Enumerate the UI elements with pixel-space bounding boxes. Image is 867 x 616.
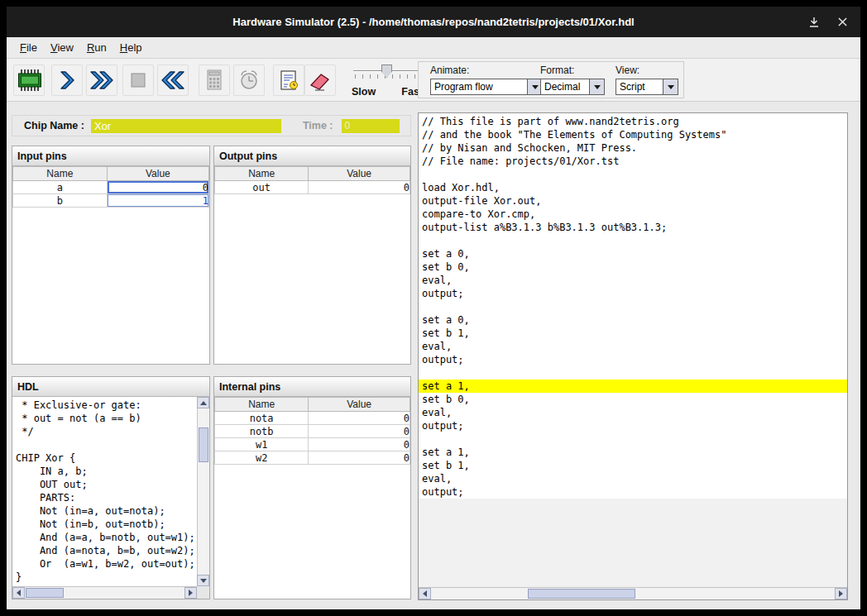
main-area: Chip Name : Xor Time : 0 Input pins Name… [7,102,860,609]
script-line: load Xor.hdl, [419,181,847,194]
script-filler [419,499,847,587]
pin-name: notb [215,425,309,438]
chevron-down-icon[interactable] [589,79,604,94]
arrow-right-icon [189,590,196,596]
scroll-right-button[interactable] [184,587,197,599]
script-line: output; [419,419,847,432]
pin-value[interactable]: 1 [107,194,208,208]
window-controls [807,7,849,37]
scrollbar-thumb[interactable] [528,589,635,599]
input-pins-table: Name Value a 0 b 1 [12,166,209,208]
pin-row[interactable]: notb 0 [215,425,410,438]
menu-item[interactable]: Run [80,39,113,56]
chevron-down-icon[interactable] [663,79,678,94]
pin-name: nota [215,412,309,425]
script-horizontal-scrollbar[interactable] [419,587,847,599]
script-line: // and the book "The Elements of Computi… [419,128,847,141]
time-field: 0 [342,119,400,133]
pin-row[interactable]: a 0 [13,181,209,194]
column-header-name: Name [215,167,309,181]
speed-slider[interactable]: Slow Fast [352,63,423,98]
arrow-down-icon [200,579,207,586]
script-line: output-list a%B3.1.3 b%B3.1.3 out%B3.1.3… [419,221,847,234]
column-header-name: Name [215,398,309,412]
single-step-button[interactable] [51,64,83,96]
view-script-button[interactable] [273,64,304,96]
scrollbar-thumb[interactable] [26,588,64,598]
input-pins-panel: Input pins Name Value a 0 [12,146,210,365]
menu-item[interactable]: View [44,39,80,56]
stop-button[interactable] [122,64,154,96]
hdl-vertical-scrollbar[interactable] [197,397,209,586]
arrow-up-icon [200,398,207,405]
format-combobox[interactable]: Decimal [540,79,605,95]
pin-row[interactable]: b 1 [13,194,209,208]
format-value: Decimal [541,79,589,94]
pin-value: 0 [309,451,410,465]
pin-value: 0 [309,438,410,451]
rewind-button[interactable] [157,64,189,96]
slider-slow-label: Slow [352,86,376,98]
hdl-horizontal-scrollbar[interactable] [12,586,197,599]
script-line: compare-to Xor.cmp, [419,208,847,221]
pin-name: a [13,181,108,194]
chip-name-field[interactable]: Xor [91,119,281,133]
hdl-line: */ [12,425,197,438]
run-icon [89,69,114,91]
output-pins-table: Name Value out 0 [214,166,410,194]
clear-output-button[interactable] [304,64,336,96]
hdl-line: CHIP Xor { [12,451,197,465]
menu-item[interactable]: Help [113,39,149,56]
scroll-right-button[interactable] [835,588,847,599]
script-line: eval, [419,274,847,287]
hdl-line [12,438,197,451]
hdl-line: * out = not (a == b) [12,412,197,425]
hdl-line: Not (in=a, out=nota); [12,504,197,518]
animate-combobox[interactable]: Program flow [430,79,543,95]
scroll-left-button[interactable] [419,588,431,599]
scroll-left-button[interactable] [12,587,25,599]
animate-label: Animate: [430,64,543,76]
clock-button[interactable] [233,64,265,96]
script-panel: // This file is part of www.nand2tetris.… [418,112,848,600]
script-line: output; [419,353,847,366]
output-pins-title: Output pins [214,146,410,166]
view-value: Script [616,79,663,94]
close-icon[interactable] [836,16,849,29]
internal-pins-table: Name Value nota 0 notb 0 [214,397,410,465]
scrollbar-thumb[interactable] [199,427,208,462]
column-header-value: Value [309,398,410,412]
clock-icon [237,69,261,92]
run-button[interactable] [86,64,117,96]
chip-name-bar: Chip Name : Xor Time : 0 [12,115,411,136]
pin-value: 0 [309,412,410,425]
minimize-icon[interactable] [807,16,821,29]
format-label: Format: [540,64,605,76]
calculator-button[interactable] [199,64,230,96]
pin-row[interactable]: out 0 [215,181,410,194]
internal-pins-panel: Internal pins Name Value nota 0 [213,376,411,599]
view-combobox[interactable]: Script [616,79,678,95]
pin-value[interactable]: 0 [107,181,208,194]
menu-item[interactable]: File [13,39,44,56]
arrow-right-icon [839,590,846,597]
script-line: output-file Xor.out, [419,194,847,208]
hdl-line: * Exclusive-or gate: [12,399,197,412]
pin-name: out [215,181,309,194]
view-combo-block: View: Script [616,64,678,95]
pin-value: 0 [309,425,410,438]
pin-row[interactable]: nota 0 [215,412,410,425]
pin-row[interactable]: w1 0 [215,438,410,451]
script-view: // This file is part of www.nand2tetris.… [419,113,847,587]
view-label: View: [616,64,678,76]
hdl-line: IN a, b; [12,465,197,478]
scroll-down-button[interactable] [197,575,209,586]
script-line: set b 0, [419,260,847,274]
scroll-up-button[interactable] [197,397,209,408]
pin-row[interactable]: w2 0 [215,451,410,465]
app-window: Hardware Simulator (2.5) - /home/thomas/… [7,7,860,609]
stop-icon [127,69,149,91]
hdl-panel-title: HDL [12,377,209,397]
load-chip-button[interactable] [13,64,45,96]
hdl-line: And (a=nota, b=b, out=w2); [12,544,197,557]
